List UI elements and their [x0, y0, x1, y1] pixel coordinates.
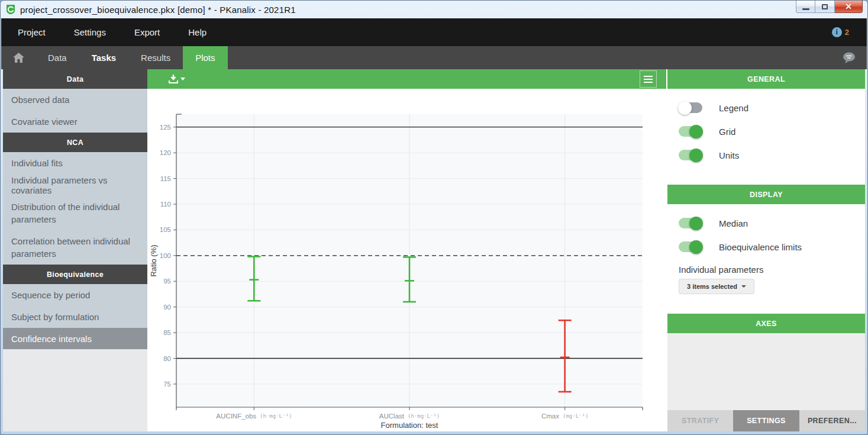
stratify-tab-button[interactable]: STRATIFY [667, 410, 733, 431]
sidebar-section-nca: NCA [3, 133, 147, 152]
svg-text:100: 100 [160, 252, 171, 259]
preferences-tab-button[interactable]: PREFEREN... [799, 410, 865, 431]
grid-toggle-row: Grid [667, 120, 865, 143]
general-section: Legend Grid Units [667, 89, 865, 185]
svg-text:95: 95 [163, 278, 171, 285]
tab-plots[interactable]: Plots [183, 46, 227, 69]
individual-parameters-dropdown[interactable]: 3 items selected [679, 279, 754, 294]
svg-text:90: 90 [163, 304, 171, 311]
notification-count: 2 [845, 28, 849, 37]
plot-toolbar [147, 69, 666, 89]
sidebar-item-individual-fits[interactable]: Individual fits [3, 152, 147, 174]
download-caret-icon [180, 78, 185, 80]
legend-toggle[interactable] [679, 102, 702, 113]
sidebar-item-sequence-by-period[interactable]: Sequence by period [3, 284, 147, 306]
sidebar-item-correlation-individual-parameters[interactable]: Correlation between individual parameter… [3, 230, 147, 265]
plot-canvas: 7580859095100105110115120125AUCINF_obs(h… [147, 89, 666, 431]
info-icon[interactable]: i [832, 27, 842, 37]
svg-text:80: 80 [163, 355, 171, 362]
individual-parameters-label: Individual parameters [667, 259, 865, 279]
bioequivalence-limits-toggle[interactable] [679, 241, 702, 252]
axes-section-body [667, 333, 865, 410]
tab-results[interactable]: Results [128, 46, 183, 69]
median-toggle[interactable] [679, 218, 702, 228]
svg-text:AUCINF_obs(h·mg·L⁻¹): AUCINF_obs(h·mg·L⁻¹) [216, 413, 292, 420]
home-icon [13, 53, 24, 63]
svg-text:Cmax(mg·L⁻¹): Cmax(mg·L⁻¹) [541, 413, 588, 420]
axes-section-header: AXES [667, 314, 865, 333]
plot-menu-button[interactable] [640, 70, 657, 88]
sidebar-section-data: Data [3, 69, 147, 89]
maximize-icon [822, 4, 828, 9]
maximize-button[interactable] [815, 1, 835, 13]
download-button[interactable] [169, 75, 185, 83]
sidebar-item-individual-parameters-vs-covariates[interactable]: Individual parameters vs covariates [3, 174, 147, 196]
plots-sidebar: Data Observed data Covariate viewer NCA … [3, 69, 147, 431]
svg-text:110: 110 [160, 201, 171, 208]
app-window: project_crossover_bioequivalence.pkx [de… [0, 0, 868, 435]
settings-tab-button[interactable]: SETTINGS [733, 410, 799, 431]
bioequivalence-limits-toggle-label: Bioequivalence limits [719, 242, 802, 252]
svg-text:115: 115 [160, 175, 171, 182]
svg-text:120: 120 [160, 149, 171, 156]
sidebar-item-confidence-intervals[interactable]: Confidence intervals [3, 328, 147, 349]
legend-toggle-label: Legend [719, 103, 748, 113]
median-toggle-label: Median [719, 218, 748, 228]
close-button[interactable]: ✕ [835, 1, 863, 13]
minimize-icon [802, 8, 809, 10]
units-toggle-label: Units [719, 150, 739, 160]
svg-text:85: 85 [163, 329, 171, 336]
chevron-down-icon [741, 285, 746, 288]
close-icon: ✕ [845, 2, 852, 11]
sidebar-item-observed-data[interactable]: Observed data [3, 89, 147, 111]
legend-toggle-row: Legend [667, 96, 865, 120]
menu-settings[interactable]: Settings [74, 27, 106, 37]
sidebar-item-distribution-individual-parameters[interactable]: Distribution of the individual parameter… [3, 196, 147, 230]
window-title: project_crossover_bioequivalence.pkx [de… [20, 5, 296, 15]
grid-toggle-label: Grid [719, 127, 735, 137]
svg-text:105: 105 [160, 226, 171, 233]
tab-bar: Data Tasks Results Plots [1, 46, 867, 69]
menu-bar: Project Settings Export Help i 2 [1, 18, 867, 46]
bioequivalence-limits-toggle-row: Bioequivalence limits [667, 235, 865, 259]
home-button[interactable] [1, 46, 36, 69]
display-section-header: DISPLAY [667, 185, 865, 204]
svg-text:125: 125 [160, 124, 171, 131]
title-bar: project_crossover_bioequivalence.pkx [de… [1, 1, 867, 18]
sidebar-item-subject-by-formulation[interactable]: Subject by formulation [3, 306, 147, 328]
menu-export[interactable]: Export [134, 27, 160, 37]
settings-panel: GENERAL Legend Grid Units DISPLAY [666, 69, 865, 431]
chat-icon[interactable] [842, 52, 856, 63]
plot-region: 7580859095100105110115120125AUCINF_obs(h… [147, 69, 666, 431]
menu-project[interactable]: Project [18, 27, 46, 37]
median-toggle-row: Median [667, 211, 865, 235]
hamburger-icon [644, 76, 653, 77]
confidence-intervals-chart: 7580859095100105110115120125AUCINF_obs(h… [147, 89, 666, 430]
panel-footer: STRATIFY SETTINGS PREFEREN... [667, 410, 865, 431]
tab-tasks[interactable]: Tasks [79, 46, 128, 69]
content-area: Data Observed data Covariate viewer NCA … [3, 69, 865, 431]
units-toggle-row: Units [667, 143, 865, 167]
svg-text:75: 75 [163, 381, 171, 388]
svg-text:Formulation: test: Formulation: test [381, 421, 438, 430]
app-icon [5, 4, 16, 15]
minimize-button[interactable] [796, 1, 815, 13]
units-toggle[interactable] [679, 150, 702, 160]
sidebar-filler [3, 349, 147, 431]
download-icon [169, 75, 178, 83]
menu-help[interactable]: Help [188, 27, 206, 37]
sidebar-item-covariate-viewer[interactable]: Covariate viewer [3, 111, 147, 133]
sidebar-section-bioequivalence: Bioequivalence [3, 265, 147, 284]
grid-toggle[interactable] [679, 126, 702, 137]
window-controls: ✕ [796, 1, 863, 13]
general-section-header: GENERAL [667, 69, 865, 89]
svg-text:AUClast(h·mg·L⁻¹): AUClast(h·mg·L⁻¹) [379, 413, 440, 420]
svg-text:Ratio (%): Ratio (%) [149, 244, 158, 276]
tab-data[interactable]: Data [36, 46, 79, 69]
display-section: Median Bioequivalence limits Individual … [667, 204, 865, 314]
